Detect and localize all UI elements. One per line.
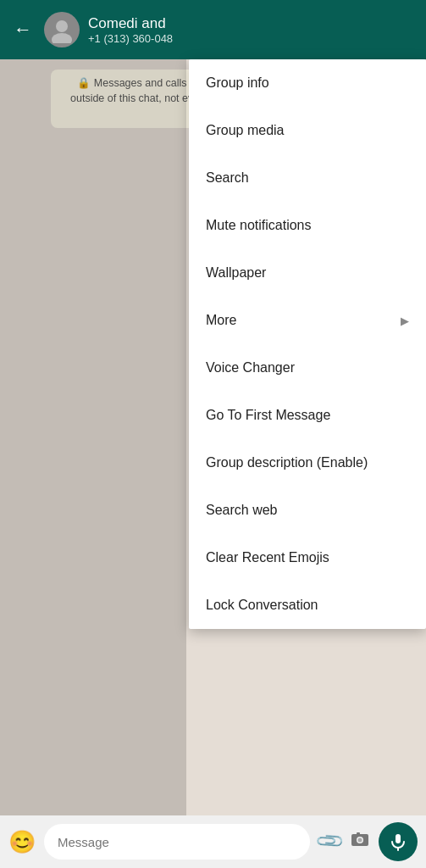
- menu-label-search-web: Search web: [206, 503, 278, 518]
- menu-item-more[interactable]: More▶: [189, 297, 426, 344]
- menu-label-more: More: [206, 313, 236, 328]
- menu-label-group-info: Group info: [206, 75, 269, 91]
- header-info: Comedi and +1 (313) 360-048: [88, 15, 416, 45]
- menu-item-mute-notifications[interactable]: Mute notifications: [189, 202, 426, 249]
- menu-item-go-to-first-message[interactable]: Go To First Message: [189, 392, 426, 439]
- menu-label-search: Search: [206, 170, 249, 186]
- mic-button[interactable]: [379, 822, 418, 861]
- message-input[interactable]: [44, 824, 310, 860]
- menu-label-group-description: Group description (Enable): [206, 455, 368, 470]
- emoji-button[interactable]: 😊: [8, 829, 36, 855]
- avatar[interactable]: [44, 12, 80, 47]
- chat-phone: +1 (313) 360-048: [88, 32, 416, 45]
- menu-item-voice-changer[interactable]: Voice Changer: [189, 344, 426, 392]
- camera-button[interactable]: [350, 829, 370, 854]
- attach-button[interactable]: 📎: [314, 826, 346, 857]
- menu-item-group-description[interactable]: Group description (Enable): [189, 439, 426, 487]
- menu-item-lock-conversation[interactable]: Lock Conversation: [189, 581, 426, 629]
- svg-point-0: [56, 20, 68, 32]
- svg-point-4: [358, 838, 362, 843]
- menu-label-go-to-first-message: Go To First Message: [206, 408, 330, 423]
- dropdown-menu: Group infoGroup mediaSearchMute notifica…: [189, 59, 426, 629]
- menu-item-wallpaper[interactable]: Wallpaper: [189, 249, 426, 297]
- chat-area: 🔒 Messages and calls are end-to-end encr…: [0, 59, 426, 815]
- menu-label-group-media: Group media: [206, 123, 285, 138]
- back-button[interactable]: ←: [10, 15, 36, 44]
- svg-rect-5: [357, 832, 360, 835]
- menu-label-mute-notifications: Mute notifications: [206, 218, 312, 233]
- svg-point-1: [52, 33, 72, 43]
- menu-label-lock-conversation: Lock Conversation: [206, 598, 318, 613]
- bottom-bar: 😊 📎: [0, 815, 426, 868]
- svg-rect-6: [396, 834, 401, 843]
- chat-name: Comedi and: [88, 15, 416, 32]
- menu-item-group-media[interactable]: Group media: [189, 107, 426, 154]
- avatar-image: [44, 12, 80, 47]
- menu-label-voice-changer: Voice Changer: [206, 360, 295, 376]
- menu-item-search[interactable]: Search: [189, 154, 426, 202]
- menu-label-clear-recent-emojis: Clear Recent Emojis: [206, 550, 329, 565]
- menu-item-group-info[interactable]: Group info: [189, 59, 426, 107]
- dim-overlay[interactable]: [0, 59, 186, 815]
- menu-item-clear-recent-emojis[interactable]: Clear Recent Emojis: [189, 534, 426, 581]
- chat-header: ← Comedi and +1 (313) 360-048: [0, 0, 426, 59]
- chevron-icon-more: ▶: [401, 314, 409, 327]
- menu-item-search-web[interactable]: Search web: [189, 487, 426, 534]
- menu-label-wallpaper: Wallpaper: [206, 265, 266, 281]
